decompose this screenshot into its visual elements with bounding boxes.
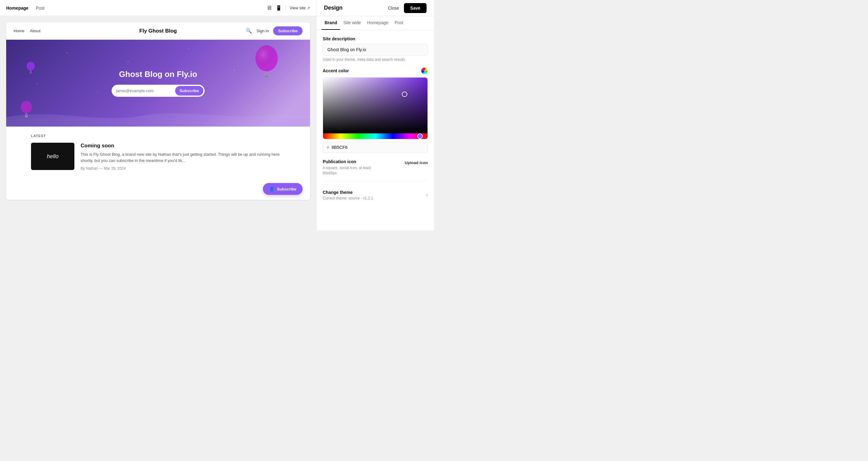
publication-icon-section: Publication icon A square, social icon, …	[323, 159, 428, 181]
view-site-link[interactable]: View site ↗	[289, 6, 310, 10]
post-excerpt: This is Fly Ghost Blog, a brand new site…	[81, 151, 285, 164]
site-description-field: Site description Used in your theme, met…	[323, 36, 428, 62]
accent-color-section: Accent color	[323, 67, 428, 153]
publication-icon-label: Publication icon	[323, 159, 378, 164]
gradient-handle[interactable]	[402, 91, 407, 97]
blog-nav-about[interactable]: About	[30, 29, 41, 33]
svg-point-3	[27, 62, 35, 70]
tablet-icon[interactable]: 📱	[276, 5, 282, 11]
blog-site-title: Fly Ghost Blog	[140, 28, 177, 34]
site-description-label: Site description	[323, 36, 428, 41]
blog-navbar: Home About Fly Ghost Blog 🔍 Sign in Subs…	[6, 22, 310, 40]
hero-title: Ghost Blog on Fly.io	[119, 69, 197, 79]
close-button[interactable]: Close	[388, 6, 399, 10]
design-content: Site description Used in your theme, met…	[316, 30, 434, 231]
hero-waves	[6, 105, 310, 126]
hue-handle[interactable]	[417, 134, 423, 139]
hash-symbol: #	[327, 145, 329, 150]
save-button[interactable]: Save	[404, 3, 427, 13]
site-description-input[interactable]	[323, 44, 428, 56]
blog-nav-home[interactable]: Home	[13, 29, 25, 33]
sign-in-link[interactable]: Sign in	[256, 29, 269, 33]
design-title: Design	[324, 5, 388, 11]
blog-preview: Home About Fly Ghost Blog 🔍 Sign in Subs…	[6, 22, 310, 200]
hero-subscribe-form: Subscribe	[112, 85, 205, 97]
balloon-small-icon	[26, 61, 35, 74]
chevron-right-icon: ›	[426, 192, 428, 198]
latest-label: LATEST	[31, 134, 285, 138]
float-subscribe-wrapper: 👤 Subscribe	[6, 178, 310, 200]
post-meta: By Nathan — Mar 29, 2024	[81, 166, 285, 171]
desktop-icon[interactable]: 🖥	[266, 5, 272, 11]
color-gradient-area[interactable]	[323, 78, 428, 134]
design-panel: Brand Site wide Homepage Post Site descr…	[316, 16, 434, 231]
hero-subscribe-button[interactable]: Subscribe	[175, 86, 204, 95]
topbar-post-link[interactable]: Post	[36, 6, 44, 10]
tab-post[interactable]: Post	[392, 16, 406, 30]
hex-input-row: #	[323, 142, 428, 153]
float-subscribe-button[interactable]: 👤 Subscribe	[263, 183, 303, 195]
change-theme-label: Change theme	[323, 190, 373, 195]
hero-section: Ghost Blog on Fly.io Subscribe	[6, 40, 310, 126]
design-tabs: Brand Site wide Homepage Post	[316, 16, 434, 30]
balloon-large-icon	[254, 45, 279, 79]
tab-homepage[interactable]: Homepage	[364, 16, 392, 30]
blog-content-area: LATEST hello Coming soon This is Fly Gho…	[6, 126, 310, 178]
site-description-help: Used in your theme, meta data and search…	[323, 57, 428, 62]
hex-color-input[interactable]	[332, 145, 424, 150]
hue-slider[interactable]	[323, 134, 428, 139]
tab-site-wide[interactable]: Site wide	[340, 16, 364, 30]
thumbnail-text: hello	[47, 153, 59, 160]
color-wheel-icon[interactable]	[421, 67, 428, 74]
post-card[interactable]: hello Coming soon This is Fly Ghost Blog…	[31, 143, 285, 171]
nav-subscribe-button[interactable]: Subscribe	[273, 26, 303, 35]
topbar-homepage-link[interactable]: Homepage	[6, 6, 29, 10]
svg-rect-2	[265, 76, 269, 77]
post-info: Coming soon This is Fly Ghost Blog, a br…	[81, 143, 285, 171]
upload-icon-button[interactable]: Upload icon	[405, 159, 428, 166]
search-icon[interactable]: 🔍	[246, 28, 252, 34]
tab-brand[interactable]: Brand	[321, 16, 340, 30]
svg-point-1	[255, 45, 278, 71]
hero-email-input[interactable]	[116, 88, 175, 93]
current-theme-label: Current theme: source - v1.2.1	[323, 196, 373, 200]
publication-icon-help: A square, social icon, at least 60x60px	[323, 165, 378, 176]
accent-color-label: Accent color	[323, 68, 349, 73]
post-thumbnail: hello	[31, 143, 74, 170]
color-picker	[323, 77, 428, 139]
change-theme-row[interactable]: Change theme Current theme: source - v1.…	[323, 186, 428, 204]
post-title: Coming soon	[81, 143, 285, 149]
external-link-icon: ↗	[307, 6, 310, 10]
